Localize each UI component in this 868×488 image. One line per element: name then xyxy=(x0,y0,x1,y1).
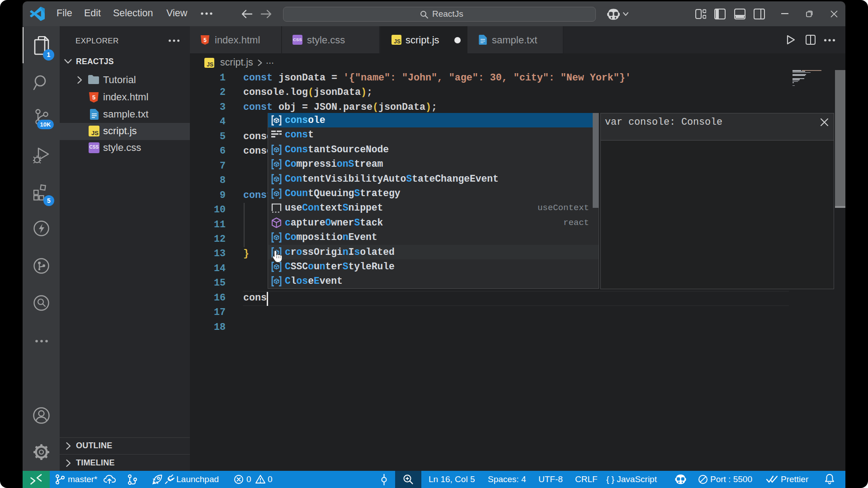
svg-text:5: 5 xyxy=(203,37,207,43)
svg-text:5: 5 xyxy=(92,94,95,101)
